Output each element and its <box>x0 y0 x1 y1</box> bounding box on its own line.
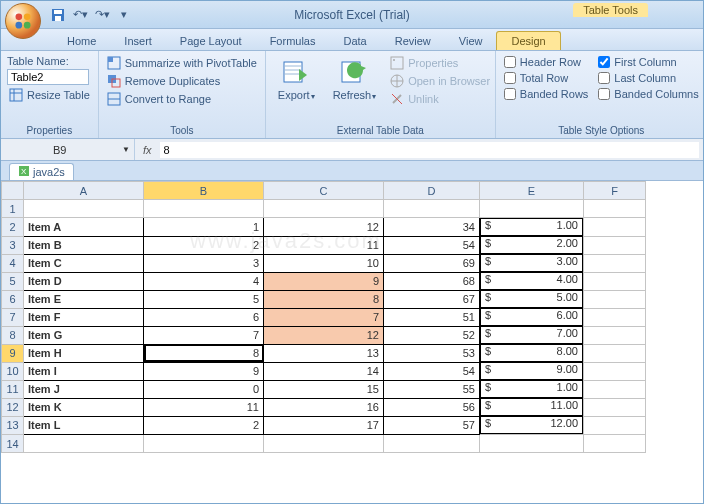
cell[interactable]: 68 <box>384 272 480 290</box>
formula-input[interactable] <box>160 142 699 158</box>
cell[interactable] <box>264 200 384 218</box>
cell[interactable]: 0 <box>144 380 264 398</box>
cell[interactable] <box>584 272 646 290</box>
cell[interactable]: 56 <box>384 398 480 416</box>
tab-design[interactable]: Design <box>496 31 560 50</box>
column-header-A[interactable]: A <box>24 182 144 200</box>
cell[interactable] <box>584 254 646 272</box>
redo-button[interactable]: ↷▾ <box>93 6 111 24</box>
row-header[interactable]: 6 <box>2 290 24 308</box>
cell[interactable]: 55 <box>384 380 480 398</box>
cell[interactable] <box>584 380 646 398</box>
row-header[interactable]: 9 <box>2 344 24 362</box>
cell[interactable]: $8.00 <box>480 344 583 362</box>
column-header-D[interactable]: D <box>384 182 480 200</box>
cell[interactable]: 17 <box>264 416 384 435</box>
table-properties-button[interactable]: Properties <box>388 55 492 71</box>
cell[interactable]: Item K <box>24 398 144 416</box>
row-header[interactable]: 3 <box>2 236 24 254</box>
column-header-E[interactable]: E <box>480 182 584 200</box>
refresh-button[interactable]: Refresh <box>327 55 383 123</box>
cell[interactable]: $1.00 <box>480 380 583 398</box>
cell[interactable]: 13 <box>264 344 384 362</box>
cell[interactable] <box>584 344 646 362</box>
qat-customize[interactable]: ▾ <box>115 6 133 24</box>
cell[interactable] <box>144 435 264 453</box>
cell[interactable]: 57 <box>384 416 480 435</box>
row-header[interactable]: 1 <box>2 200 24 218</box>
open-in-browser-button[interactable]: Open in Browser <box>388 73 492 89</box>
select-all-cell[interactable] <box>2 182 24 200</box>
remove-duplicates-button[interactable]: Remove Duplicates <box>105 73 259 89</box>
row-header[interactable]: 5 <box>2 272 24 290</box>
convert-to-range-button[interactable]: Convert to Range <box>105 91 259 107</box>
cell[interactable]: Item H <box>24 344 144 362</box>
cell[interactable]: 8 <box>264 290 384 308</box>
fx-icon[interactable]: fx <box>135 144 160 156</box>
cell[interactable]: 12 <box>264 326 384 344</box>
cell[interactable] <box>264 435 384 453</box>
cell[interactable] <box>480 435 584 453</box>
row-header[interactable]: 14 <box>2 435 24 453</box>
cell[interactable]: Item L <box>24 416 144 435</box>
cell[interactable]: 2 <box>144 236 264 254</box>
spreadsheet-grid[interactable]: ABCDEF 12Item A11234$1.003Item B21154$2.… <box>1 181 703 501</box>
cell[interactable]: Item B <box>24 236 144 254</box>
cell[interactable]: 54 <box>384 362 480 380</box>
cell[interactable]: 54 <box>384 236 480 254</box>
cell[interactable]: Item A <box>24 218 144 237</box>
tab-review[interactable]: Review <box>381 32 445 50</box>
cell[interactable]: $5.00 <box>480 290 583 308</box>
cell[interactable]: 7 <box>264 308 384 326</box>
unlink-button[interactable]: Unlink <box>388 91 492 107</box>
export-button[interactable]: Export <box>272 55 321 123</box>
row-header[interactable]: 2 <box>2 218 24 237</box>
table-name-input[interactable] <box>7 69 89 85</box>
cell[interactable] <box>584 218 646 237</box>
undo-button[interactable]: ↶▾ <box>71 6 89 24</box>
cell[interactable]: $3.00 <box>480 254 583 272</box>
cell[interactable]: 10 <box>264 254 384 272</box>
cell[interactable]: $1.00 <box>480 218 583 236</box>
cell[interactable]: Item F <box>24 308 144 326</box>
cell[interactable] <box>584 416 646 435</box>
cell[interactable] <box>144 200 264 218</box>
cell[interactable] <box>384 200 480 218</box>
cell[interactable]: 16 <box>264 398 384 416</box>
cell[interactable] <box>584 200 646 218</box>
tab-formulas[interactable]: Formulas <box>256 32 330 50</box>
cell[interactable]: 7 <box>144 326 264 344</box>
first-column-checkbox[interactable]: First Column <box>596 55 700 69</box>
cell[interactable] <box>480 200 584 218</box>
cell[interactable]: Item D <box>24 272 144 290</box>
save-button[interactable] <box>49 6 67 24</box>
cell[interactable]: 51 <box>384 308 480 326</box>
cell[interactable]: 8 <box>144 344 264 362</box>
cell[interactable]: Item I <box>24 362 144 380</box>
cell[interactable]: 14 <box>264 362 384 380</box>
column-header-B[interactable]: B <box>144 182 264 200</box>
total-row-checkbox[interactable]: Total Row <box>502 71 591 85</box>
cell[interactable]: 12 <box>264 218 384 237</box>
last-column-checkbox[interactable]: Last Column <box>596 71 700 85</box>
cell[interactable]: 6 <box>144 308 264 326</box>
cell[interactable] <box>584 398 646 416</box>
header-row-checkbox[interactable]: Header Row <box>502 55 591 69</box>
resize-table-button[interactable]: Resize Table <box>7 87 92 103</box>
cell[interactable]: 1 <box>144 218 264 237</box>
cell[interactable] <box>24 200 144 218</box>
cell[interactable]: Item J <box>24 380 144 398</box>
cell[interactable]: 11 <box>264 236 384 254</box>
namebox-dropdown-icon[interactable]: ▼ <box>122 145 130 154</box>
tab-home[interactable]: Home <box>53 32 110 50</box>
cell[interactable]: $7.00 <box>480 326 583 344</box>
tab-data[interactable]: Data <box>329 32 380 50</box>
cell[interactable]: 34 <box>384 218 480 237</box>
cell[interactable]: 67 <box>384 290 480 308</box>
office-button[interactable] <box>5 3 41 39</box>
cell[interactable]: 11 <box>144 398 264 416</box>
cell[interactable]: Item G <box>24 326 144 344</box>
cell[interactable]: Item E <box>24 290 144 308</box>
row-header[interactable]: 13 <box>2 416 24 435</box>
tab-view[interactable]: View <box>445 32 497 50</box>
